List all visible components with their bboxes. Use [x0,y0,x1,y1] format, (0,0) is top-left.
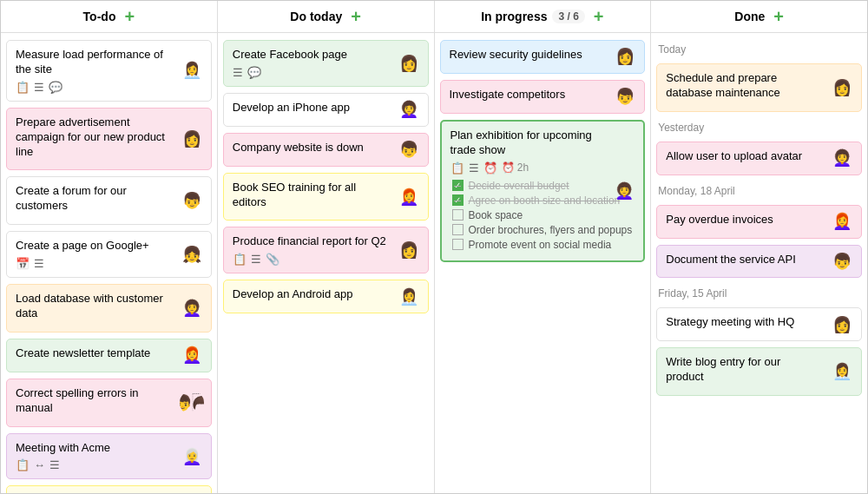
column-body-dotoday: Create Facebook page☰💬👩Develop an iPhone… [218,33,434,493]
add-card-button[interactable]: + [773,8,784,25]
card-todo-4[interactable]: Create a page on Google+📅☰👧 [6,231,212,278]
card-todo-1[interactable]: Measure load performance of the site📋☰💬👩… [6,40,212,102]
card-done-4[interactable]: Document the service API👦 [656,245,862,279]
card-icon: 📋 [16,81,30,94]
card-ip-1[interactable]: Review security guidelines👩 [440,40,646,74]
card-done-5[interactable]: Strategy meeting with HQ👩 [656,307,862,341]
subtask-checkbox[interactable]: ✓ [452,180,464,191]
card-todo-6[interactable]: Create newsletter template👩‍🦰 [6,339,212,372]
card-icons: 📅☰ [16,257,202,270]
column-header-done: Done+ [651,1,867,33]
card-avatar: 👩 [830,313,854,337]
card-avatar: 👩 [180,127,204,151]
card-avatar: 👩‍💼 [397,285,421,309]
card-icon: ↔ [34,458,45,471]
add-card-button[interactable]: + [594,8,604,25]
card-icons: 📋↔☰ [16,458,202,471]
card-done-1[interactable]: Schedule and prepare database maintenanc… [656,63,862,112]
column-header-inprogress: In progress3 / 6+ [435,1,651,33]
card-avatar: 👩‍🦰 [397,185,421,209]
column-inprogress: In progress3 / 6+Review security guideli… [435,1,652,493]
card-avatar: 👩‍💼 [180,58,204,82]
card-icon: ☰ [49,458,60,471]
subtask-item[interactable]: ✓Agree on booth size and location [452,194,635,207]
card-avatar: 👩‍🦱 [612,179,636,203]
card-title: Create a forum for our customers [16,184,202,214]
card-todo-5[interactable]: Load database with customer data👩‍🦱 [6,284,212,333]
column-badge: 3 / 6 [552,10,584,23]
card-avatar: 👩 [397,51,421,76]
card-done-2[interactable]: Allow user to upload avatar👩‍🦱 [656,142,862,175]
card-icon: ☰ [251,253,261,266]
add-card-button[interactable]: + [351,8,361,25]
done-date-label: Friday, 15 April [656,284,862,301]
card-dt-2[interactable]: Develop an iPhone app👩‍🦱 [223,93,429,127]
card-dt-6[interactable]: Develop an Android app👩‍💼 [223,280,429,313]
card-icon: 📅 [16,257,30,270]
card-title: Load database with customer data [16,292,202,321]
card-title: Schedule and prepare database maintenanc… [666,71,852,101]
subtask-label: Decide overall budget [469,180,569,192]
card-avatar: 👦 [613,84,637,109]
card-ip-3[interactable]: Plan exhibition for upcoming trade show📋… [440,120,646,262]
card-todo-8[interactable]: Meeting with Acme📋↔☰👩‍🦳 [6,433,212,480]
add-card-button[interactable]: + [124,8,135,25]
card-icons: 📋☰⏰⏰ 2h [450,161,635,175]
subtask-item[interactable]: Promote event on social media [452,239,635,251]
card-icon: 📋 [450,161,464,175]
card-title: Review security guidelines [450,48,636,63]
subtask-label: Agree on booth size and location [469,194,621,207]
card-icon: ☰ [34,81,44,94]
subtask-item[interactable]: ✓Decide overall budget [452,180,635,192]
card-dt-4[interactable]: Book SEO training for all editors👩‍🦰 [223,173,429,221]
subtask-checkbox[interactable] [452,224,464,235]
card-title: Produce financial report for Q2 [233,234,419,249]
card-title: Allow user to upload avatar [666,149,852,164]
card-icons: 📋☰💬 [16,81,202,94]
card-avatar: 👧 [180,242,204,267]
card-dt-5[interactable]: Produce financial report for Q2📋☰📎👩 [223,227,429,273]
card-title: Investigate competitors [450,88,636,102]
card-title: Create newsletter template [16,346,202,361]
card-avatar: 👩 [830,76,854,100]
subtask-checkbox[interactable]: ✓ [452,194,464,206]
column-todo: To-do+Measure load performance of the si… [1,1,218,493]
card-title: Pay overdue invoices [666,213,852,227]
card-avatar: 👩‍🦱 [180,296,204,320]
card-icon: ☰ [34,257,44,270]
card-icon: 📎 [266,253,279,266]
column-label: To-do [83,10,116,23]
done-date-label: Monday, 18 April [656,181,862,199]
column-label: Do today [290,10,342,23]
card-todo-2[interactable]: Prepare advertisement campaign for our n… [6,108,212,171]
card-title: Company website is down [233,141,419,155]
card-icon: 💬 [49,81,62,94]
card-todo-9[interactable]: Implement CRM integration👩‍💼 [6,485,212,493]
subtask-checkbox[interactable] [452,239,464,250]
card-todo-7[interactable]: Correct spelling errors in manual👦‍🦱 [6,379,212,427]
column-done: Done+TodaySchedule and prepare database … [651,1,867,493]
card-dt-1[interactable]: Create Facebook page☰💬👩 [223,40,429,87]
card-icon: ☰ [469,161,479,175]
done-date-label: Today [656,40,862,57]
card-icon: 📋 [233,253,247,266]
subtask-item[interactable]: Book space [452,209,635,221]
card-title: Write blog entry for our product [666,355,852,385]
card-done-6[interactable]: Write blog entry for our product👩‍💼 [656,347,862,396]
card-title: Develop an iPhone app [233,101,419,115]
kanban-board: To-do+Measure load performance of the si… [0,0,868,494]
card-todo-3[interactable]: Create a forum for our customers👦 [6,176,212,225]
subtask-item[interactable]: Order brochures, flyers and popups [452,224,635,236]
card-title: Create a page on Google+ [16,239,202,254]
card-title: Book SEO training for all editors [233,181,419,210]
card-avatar: 👩‍🦰 [180,343,204,367]
card-avatar: 👩 [613,44,637,69]
card-done-3[interactable]: Pay overdue invoices👩‍🦰 [656,205,862,239]
card-icons: ☰💬 [233,66,419,79]
card-avatar: 👦 [180,188,204,213]
card-title: Measure load performance of the site [16,48,202,77]
card-dt-3[interactable]: Company website is down👦 [223,133,429,167]
column-header-dotoday: Do today+ [218,1,434,33]
subtask-checkbox[interactable] [452,209,464,221]
card-ip-2[interactable]: Investigate competitors👦 [440,80,646,114]
